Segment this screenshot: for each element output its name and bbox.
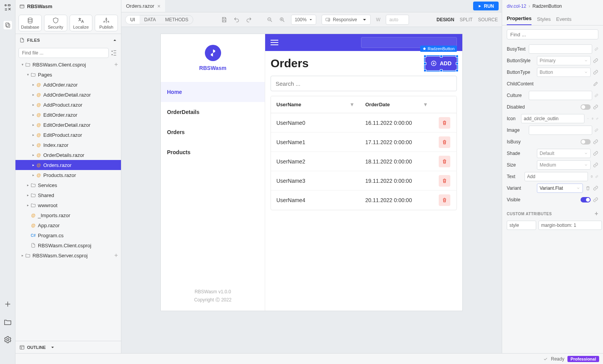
col-orderdate[interactable]: OrderDate▼	[360, 102, 433, 107]
prop-input[interactable]	[521, 114, 584, 123]
link-icon[interactable]	[593, 151, 598, 156]
tree-node[interactable]: ▸@AddOrder.razor	[15, 80, 121, 90]
table-row[interactable]: UserName016.11.2022 0:00:00	[271, 113, 457, 133]
view-split[interactable]: SPLIT	[460, 17, 472, 22]
tab-methods[interactable]: METHODS	[160, 15, 193, 24]
view-source[interactable]: SOURCE	[478, 17, 498, 22]
tree-node[interactable]: ▸@Index.razor	[15, 140, 121, 150]
crumb-parent[interactable]: div.col-12	[507, 3, 526, 9]
nav-item[interactable]: OrderDetails	[161, 102, 265, 122]
tree-node[interactable]: ▸@AddOrderDetail.razor	[15, 90, 121, 100]
search-input[interactable]	[271, 76, 457, 91]
tree-node[interactable]: @App.razor	[15, 220, 121, 230]
data-grid[interactable]: UserName▼ OrderDate▼ UserName016.11.2022…	[271, 96, 457, 210]
view-design[interactable]: DESIGN	[436, 17, 454, 22]
link-icon[interactable]	[593, 139, 598, 145]
clear-icon[interactable]	[585, 185, 591, 191]
tree-node[interactable]: ▸@OrderDetails.razor	[15, 150, 121, 160]
tree-node[interactable]: C#Program.cs	[15, 230, 121, 240]
tab-styles[interactable]: Styles	[537, 16, 550, 25]
settings-icon[interactable]	[3, 335, 12, 344]
toggle[interactable]	[581, 197, 591, 202]
delete-button[interactable]	[439, 175, 450, 187]
tab-ui[interactable]: UI	[126, 15, 140, 24]
clear-icon[interactable]	[591, 116, 594, 121]
more-icon[interactable]	[587, 116, 589, 121]
table-row[interactable]: UserName117.11.2022 0:00:00	[271, 133, 457, 152]
delete-button[interactable]	[439, 194, 450, 206]
zoom-in-icon[interactable]	[279, 16, 286, 23]
tree-node[interactable]: ▸@AddProduct.razor	[15, 100, 121, 110]
link-icon[interactable]	[593, 70, 598, 75]
edit-icon[interactable]	[593, 81, 598, 87]
redo-icon[interactable]	[245, 16, 252, 23]
delete-button[interactable]	[439, 156, 450, 167]
close-icon[interactable]: ×	[157, 3, 160, 9]
prop-select[interactable]: Default	[537, 149, 591, 158]
link-icon[interactable]	[595, 174, 598, 179]
prop-select[interactable]: Variant.Flat	[537, 184, 583, 193]
add-attr-icon[interactable]: +	[594, 210, 598, 217]
prop-input[interactable]	[525, 172, 588, 181]
find-file-input[interactable]	[19, 48, 109, 58]
toggle[interactable]	[581, 139, 591, 145]
link-icon[interactable]	[593, 185, 598, 191]
components-icon[interactable]	[3, 3, 12, 12]
tab-orders[interactable]: Orders.razor×	[121, 0, 165, 12]
save-icon[interactable]	[221, 16, 228, 23]
files-header[interactable]: FILES	[15, 34, 121, 46]
prop-input[interactable]	[529, 44, 592, 54]
link-icon[interactable]	[594, 128, 598, 133]
nav-item[interactable]: Orders	[161, 122, 265, 142]
add-button[interactable]: ADD	[425, 56, 457, 70]
prop-select[interactable]: Primary	[537, 56, 591, 65]
run-button[interactable]: RUN	[473, 2, 499, 10]
delete-button[interactable]	[439, 136, 450, 148]
nav-item[interactable]: Home	[161, 82, 265, 102]
prop-select[interactable]: Button	[537, 68, 591, 77]
filter-icon[interactable]: ▼	[423, 102, 428, 107]
tree-node[interactable]: ▸Services	[15, 180, 121, 190]
database-button[interactable]: Database	[19, 15, 42, 31]
tab-events[interactable]: Events	[556, 16, 572, 25]
col-username[interactable]: UserName▼	[271, 102, 360, 107]
security-button[interactable]: Security	[44, 15, 67, 31]
design-canvas[interactable]: RBSWasm HomeOrderDetailsOrdersProducts R…	[161, 34, 462, 311]
tab-data[interactable]: DATA	[140, 15, 160, 24]
tree-node[interactable]: ▸@EditProduct.razor	[15, 130, 121, 140]
publish-button[interactable]: Publish	[95, 15, 118, 31]
outline-header[interactable]: OUTLINE	[15, 341, 121, 353]
link-icon[interactable]	[594, 93, 598, 98]
responsive-select[interactable]: Responsive	[322, 15, 371, 25]
open-folder-icon[interactable]	[3, 318, 12, 326]
link-icon[interactable]	[594, 46, 598, 52]
width-input[interactable]: auto	[386, 15, 409, 25]
delete-button[interactable]	[439, 117, 450, 129]
zoom-out-icon[interactable]	[266, 16, 273, 23]
zoom-select[interactable]: 100%	[291, 15, 316, 25]
tree-node[interactable]: ▸RBSWasm.Server.csproj+	[15, 250, 121, 260]
tree-node[interactable]: RBSWasm.Client.csproj	[15, 240, 121, 250]
tree-node[interactable]: ▾RBSWasm.Client.csproj+	[15, 60, 121, 70]
filter-icon[interactable]: ▼	[349, 102, 354, 107]
files-icon[interactable]	[3, 21, 12, 29]
tree-node[interactable]: ▸@EditOrder.razor	[15, 110, 121, 120]
menu-icon[interactable]	[271, 40, 278, 45]
link-icon[interactable]	[593, 197, 598, 202]
property-find-input[interactable]	[507, 29, 598, 39]
link-icon[interactable]	[596, 116, 598, 121]
attr-val[interactable]	[538, 221, 602, 230]
table-row[interactable]: UserName319.11.2022 0:00:00	[271, 171, 457, 191]
tab-properties[interactable]: Properties	[507, 15, 531, 25]
localize-button[interactable]: Localize	[70, 15, 93, 31]
undo-icon[interactable]	[233, 16, 240, 23]
tree-node[interactable]: @_Imports.razor	[15, 210, 121, 220]
add-icon[interactable]	[3, 300, 12, 308]
tree-node[interactable]: ▸@EditOrderDetail.razor	[15, 120, 121, 130]
table-row[interactable]: UserName420.11.2022 0:00:00	[271, 191, 457, 210]
tree-node[interactable]: ▸wwwroot	[15, 200, 121, 210]
link-icon[interactable]	[593, 58, 598, 63]
prop-input[interactable]	[529, 91, 592, 100]
table-row[interactable]: UserName218.11.2022 0:00:00	[271, 152, 457, 171]
toggle[interactable]	[581, 104, 591, 110]
